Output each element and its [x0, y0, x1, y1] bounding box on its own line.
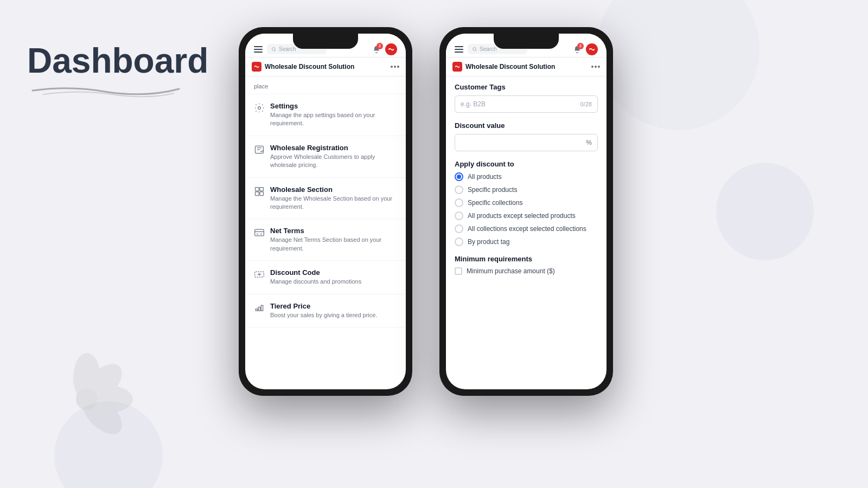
net-terms-title: Net Terms — [270, 227, 397, 235]
radio-circle-all-except-collections — [455, 224, 463, 233]
phone-screen-left: Search 2 — [245, 34, 406, 389]
customer-tags-char-count: 0/28 — [580, 101, 592, 107]
radio-label-specific-collections: Specific collections — [468, 199, 522, 207]
radio-label-all-except-products: All products except selected products — [468, 212, 576, 220]
radio-label-all-except-collections: All collections except selected collecti… — [468, 225, 586, 233]
title-underline — [27, 82, 208, 101]
notif-badge-right: 2 — [577, 43, 584, 49]
discount-value-label: Discount value — [455, 121, 598, 130]
svg-rect-11 — [260, 191, 264, 195]
app-header-title-left: Wholesale Discount Solution — [265, 63, 354, 70]
notif-badge-left: 2 — [376, 43, 383, 49]
radio-circle-specific-collections — [455, 198, 463, 207]
wholesale-section-title: Wholesale Section — [270, 185, 397, 194]
apply-discount-label: Apply discount to — [455, 160, 598, 168]
dots-menu-left[interactable] — [391, 66, 399, 68]
radio-by-product-tag[interactable]: By product tag — [455, 237, 598, 246]
radio-group-apply-discount: All products Specific products Specific … — [455, 172, 598, 246]
phone-right: Search 2 — [439, 27, 613, 396]
menu-text-settings: Settings Manage the app settings based o… — [270, 102, 397, 128]
net-terms-desc: Manage Net Terms Section based on your r… — [270, 236, 397, 253]
phone-screen-right: Search 2 — [446, 34, 607, 389]
radio-all-except-products[interactable]: All products except selected products — [455, 211, 598, 220]
app-header-left-group: Wholesale Discount Solution — [252, 62, 354, 72]
menu-scroll-left: place Settings Manage the app settings b… — [245, 76, 406, 330]
app-header-right-group: Wholesale Discount Solution — [452, 62, 555, 72]
radio-circle-specific-products — [455, 185, 463, 194]
customer-tags-input[interactable]: e.g. B2B 0/28 — [455, 95, 598, 113]
bg-decoration-top — [597, 0, 760, 130]
radio-all-products[interactable]: All products — [455, 172, 598, 181]
wholesale-section-desc: Manage the Wholesale Section based on yo… — [270, 195, 397, 211]
net-terms-icon — [254, 227, 265, 238]
checkbox-min-purchase-box — [455, 267, 462, 275]
app-header-right: Wholesale Discount Solution — [446, 57, 607, 76]
status-right-right-group: 2 — [573, 43, 598, 55]
checkbox-min-purchase[interactable]: Minimum purchase amount ($) — [455, 267, 598, 275]
radio-all-except-collections[interactable]: All collections except selected collecti… — [455, 224, 598, 233]
svg-point-4 — [76, 388, 98, 410]
menu-text-tiered-price: Tiered Price Boost your sales by giving … — [270, 302, 378, 319]
status-right-group: 2 — [372, 43, 397, 55]
customer-tags-label: Customer Tags — [455, 83, 598, 91]
search-placeholder-left: Search — [279, 46, 296, 52]
menu-item-wholesale-section[interactable]: Wholesale Section Manage the Wholesale S… — [245, 178, 406, 220]
menu-item-discount-code[interactable]: Discount Code Manage discounts and promo… — [245, 261, 406, 294]
checkbox-min-purchase-label: Minimum purchase amount ($) — [467, 267, 555, 275]
discount-code-icon — [254, 269, 265, 280]
hamburger-icon[interactable] — [254, 46, 263, 53]
partial-text: place — [245, 79, 406, 94]
menu-text-net-terms: Net Terms Manage Net Terms Section based… — [270, 227, 397, 253]
radio-specific-collections[interactable]: Specific collections — [455, 198, 598, 207]
flower-decoration — [33, 345, 141, 455]
radio-label-specific-products: Specific products — [468, 186, 517, 194]
wholesale-reg-title: Wholesale Registration — [270, 144, 397, 152]
dots-menu-right[interactable] — [591, 66, 600, 68]
menu-text-wholesale-reg: Wholesale Registration Approve Wholesale… — [270, 144, 397, 170]
notification-icon-right[interactable]: 2 — [573, 45, 582, 54]
customer-tags-placeholder: e.g. B2B — [461, 100, 486, 108]
settings-title: Settings — [270, 102, 397, 110]
menu-text-wholesale-section: Wholesale Section Manage the Wholesale S… — [270, 185, 397, 211]
discount-value-input[interactable]: % — [455, 134, 598, 151]
radio-label-by-product-tag: By product tag — [468, 238, 509, 246]
discount-code-title: Discount Code — [270, 268, 361, 277]
radio-specific-products[interactable]: Specific products — [455, 185, 598, 194]
settings-icon — [254, 102, 265, 113]
tiered-price-icon — [254, 303, 265, 313]
app-logo-right — [586, 43, 598, 55]
search-icon-right — [472, 47, 477, 52]
phone-notch-left — [293, 34, 358, 49]
svg-rect-10 — [256, 191, 259, 195]
right-phone-main-content: Customer Tags e.g. B2B 0/28 Discount val… — [446, 76, 607, 389]
search-icon-left — [271, 47, 277, 52]
search-placeholder-right: Search — [480, 46, 497, 52]
svg-rect-9 — [260, 187, 264, 191]
min-req-section: Minimum requirements Minimum purchase am… — [455, 255, 598, 275]
menu-item-wholesale-reg[interactable]: Wholesale Registration Approve Wholesale… — [245, 136, 406, 178]
wholesale-reg-desc: Approve Wholesale Customers to apply who… — [270, 153, 397, 170]
wholesale-section-icon — [254, 186, 265, 197]
min-req-label: Minimum requirements — [455, 255, 598, 263]
radio-circle-all-products — [455, 172, 463, 181]
app-logo-left — [385, 43, 397, 55]
hamburger-icon-right[interactable] — [455, 46, 463, 53]
radio-circle-by-product-tag — [455, 237, 463, 246]
menu-item-tiered-price[interactable]: Tiered Price Boost your sales by giving … — [245, 294, 406, 328]
menu-text-discount-code: Discount Code Manage discounts and promo… — [270, 268, 361, 286]
phone-notch-right — [494, 34, 559, 49]
app-header-logo-right — [452, 62, 462, 72]
menu-item-settings[interactable]: Settings Manage the app settings based o… — [245, 94, 406, 136]
tiered-price-title: Tiered Price — [270, 302, 378, 310]
notification-icon-left[interactable]: 2 — [372, 45, 381, 54]
menu-item-net-terms[interactable]: Net Terms Manage Net Terms Section based… — [245, 219, 406, 261]
radio-label-all-products: All products — [468, 173, 502, 181]
tiered-price-desc: Boost your sales by giving a tiered pric… — [270, 311, 378, 319]
page-title: Dashboard — [27, 43, 208, 78]
app-header-title-right: Wholesale Discount Solution — [465, 63, 555, 70]
radio-circle-all-except-products — [455, 211, 463, 220]
settings-desc: Manage the app settings based on your re… — [270, 111, 397, 128]
app-header-left: Wholesale Discount Solution — [245, 57, 406, 76]
phones-container: Search 2 — [239, 27, 613, 396]
phone-left: Search 2 — [239, 27, 412, 396]
